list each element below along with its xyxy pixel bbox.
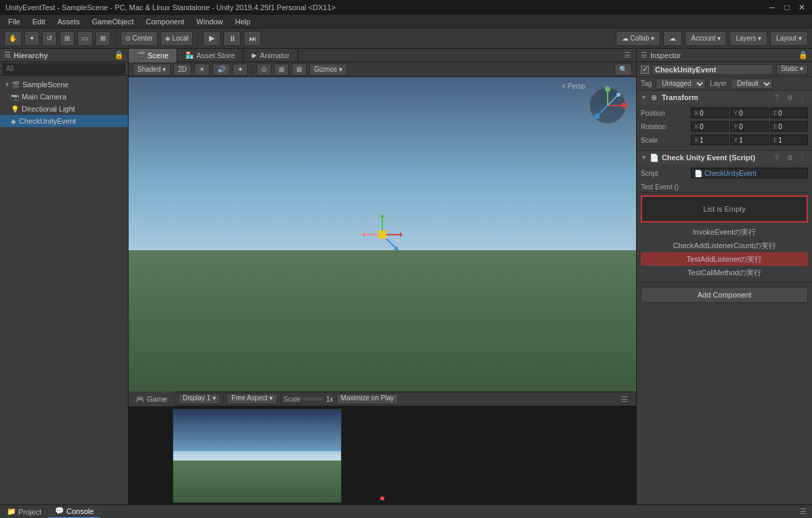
rotation-y-field[interactable]: Y0: [730, 121, 768, 132]
script-menu-btn[interactable]: ⋮: [797, 153, 808, 162]
inspector-header: ☰ Inspector 🔒: [637, 49, 812, 62]
layers-button[interactable]: Layers ▾: [729, 31, 767, 46]
menu-edit[interactable]: Edit: [27, 15, 51, 28]
scale-z-field[interactable]: Z1: [770, 135, 808, 145]
gizmos-button[interactable]: Gizmos ▾: [309, 64, 347, 76]
play-button[interactable]: ▶: [203, 31, 221, 46]
aspect-select[interactable]: Free Aspect ▾: [227, 394, 277, 404]
scene-render-btn[interactable]: ⊙: [256, 64, 271, 76]
script-actions: ? ⚙ ⋮: [771, 153, 808, 162]
rotation-z-field[interactable]: Z0: [770, 121, 808, 132]
hierarchy-item-checkunityevent[interactable]: ◆ CheckUnityEvent: [0, 115, 128, 127]
tab-animator[interactable]: ▶ Animator: [244, 49, 298, 62]
inspector-object-name[interactable]: [652, 64, 773, 75]
scene-gizmo: Y X Z: [587, 85, 628, 126]
inspector-tag-select[interactable]: Untagged: [656, 78, 706, 89]
script-field-value[interactable]: 📄 CheckUnityEvent: [691, 168, 808, 179]
shading-mode-select[interactable]: Shaded ▾: [133, 64, 171, 76]
transform-menu-btn[interactable]: ⋮: [797, 93, 808, 102]
cloud-button[interactable]: ☁: [663, 31, 682, 46]
menu-assets[interactable]: Assets: [52, 15, 85, 28]
position-x-field[interactable]: X0: [691, 108, 729, 118]
tab-console[interactable]: 💬 Console: [48, 505, 100, 519]
inspector-active-checkbox[interactable]: ✓: [641, 66, 649, 74]
layout-button[interactable]: Layout ▾: [770, 31, 808, 46]
close-button[interactable]: ✕: [797, 3, 807, 12]
maximize-button[interactable]: □: [782, 3, 792, 12]
check-addlistener-count-btn[interactable]: CheckAddListenerCountの実行: [641, 239, 808, 252]
audio-toggle[interactable]: 🔊: [212, 64, 230, 76]
minimize-button[interactable]: ─: [767, 3, 777, 12]
inspector-static-button[interactable]: Static ▾: [776, 64, 808, 75]
game-toolbar: Display 1 ▾ Free Aspect ▾ Scale 1x Maxim…: [174, 392, 636, 406]
script-component-header[interactable]: ▼ 📄 Check Unity Event (Script) ? ⚙ ⋮: [637, 151, 812, 164]
hierarchy-search[interactable]: [3, 64, 125, 74]
scale-slider[interactable]: [303, 398, 323, 400]
menu-component[interactable]: Component: [140, 15, 189, 28]
local-toggle[interactable]: ◈ Local: [160, 31, 194, 46]
script-info-btn[interactable]: ?: [771, 153, 782, 162]
hand-tool[interactable]: ✋: [4, 31, 22, 46]
scene-grid-btn[interactable]: ⊞: [274, 64, 289, 76]
menu-file[interactable]: File: [3, 15, 26, 28]
script-settings-btn[interactable]: ⚙: [784, 153, 795, 162]
hierarchy-lock-icon[interactable]: 🔒: [114, 51, 124, 60]
transform-component: ▼ ⊕ Transform ? ⚙ ⋮ Position X0 Y0 Z0: [637, 91, 812, 151]
transform-tool[interactable]: ⊠: [95, 31, 110, 46]
menu-gameobject[interactable]: GameObject: [87, 15, 139, 28]
hierarchy-title: Hierarchy: [14, 51, 48, 60]
pause-button[interactable]: ⏸: [223, 31, 241, 46]
game-panel-menu[interactable]: ☰: [617, 395, 632, 404]
inspector-lock-icon[interactable]: 🔒: [798, 51, 808, 60]
scene-tab-menu[interactable]: ☰: [618, 51, 636, 60]
toolbar-right: ☁ Collab ▾ ☁ Account ▾ Layers ▾ Layout ▾: [616, 31, 808, 46]
main-area: ☰ Hierarchy 🔒 ▼ 🎬 SampleScene 📷 Main Cam…: [0, 49, 812, 504]
maximize-on-play-btn[interactable]: Maximize on Play: [336, 394, 399, 404]
move-tool[interactable]: ✦: [24, 31, 39, 46]
display-select[interactable]: Display 1 ▾: [178, 394, 221, 404]
inspector-layer-select[interactable]: Default: [731, 78, 773, 89]
rotation-x-field[interactable]: X0: [691, 121, 729, 132]
scene-snap-btn[interactable]: ⊠: [292, 64, 307, 76]
invoke-event-btn[interactable]: InvokeEventの実行: [641, 225, 808, 239]
collab-button[interactable]: ☁ Collab ▾: [616, 31, 661, 46]
transform-info-btn[interactable]: ?: [771, 93, 782, 102]
svg-marker-14: [380, 214, 385, 217]
fx-toggle[interactable]: ✦: [233, 64, 248, 76]
add-component-button[interactable]: Add Component: [641, 287, 808, 303]
scale-tool[interactable]: ⊞: [60, 31, 74, 46]
rect-tool[interactable]: ▭: [77, 31, 93, 46]
game-sky: [173, 409, 341, 451]
transform-component-header[interactable]: ▼ ⊕ Transform ? ⚙ ⋮: [637, 91, 812, 104]
scale-x-field[interactable]: X1: [691, 135, 729, 145]
hierarchy-item-maincamera[interactable]: 📷 Main Camera: [0, 91, 128, 103]
tab-project[interactable]: 📁 Project: [0, 505, 48, 519]
dimension-toggle[interactable]: 2D: [173, 64, 191, 76]
lighting-toggle[interactable]: ☀: [194, 64, 210, 76]
dirlight-label: Directional Light: [22, 105, 75, 113]
position-y-field[interactable]: Y0: [730, 108, 768, 118]
svg-point-8: [616, 93, 621, 97]
samplescene-icon: 🎬: [12, 81, 20, 89]
hierarchy-item-dirlight[interactable]: 💡 Directional Light: [0, 103, 128, 115]
test-call-method-btn[interactable]: TestCallMethodの実行: [641, 266, 808, 279]
tab-asset-store[interactable]: 🏪 Asset Store: [177, 49, 244, 62]
menu-help[interactable]: Help: [229, 15, 256, 28]
step-button[interactable]: ⏭: [244, 31, 261, 46]
transform-settings-btn[interactable]: ⚙: [784, 93, 795, 102]
scene-search[interactable]: 🔍: [614, 64, 632, 76]
menu-window[interactable]: Window: [191, 15, 228, 28]
center-toggle[interactable]: ⊙ Center: [120, 31, 158, 46]
scale-y-field[interactable]: Y1: [730, 135, 768, 145]
position-z-field[interactable]: Z0: [770, 108, 808, 118]
scale-label: Scale: [284, 396, 300, 403]
rotate-tool[interactable]: ↺: [42, 31, 57, 46]
account-button[interactable]: Account ▾: [685, 31, 727, 46]
bottom-tab-menu[interactable]: ☰: [794, 507, 812, 516]
hierarchy-item-samplescene[interactable]: ▼ 🎬 SampleScene: [0, 78, 128, 91]
game-tab[interactable]: 🎮 Game: [129, 392, 174, 406]
script-label: Script: [641, 170, 688, 177]
test-addlistener-btn[interactable]: TestAddListenerの実行: [641, 252, 808, 266]
tab-scene[interactable]: 🎬 Scene: [129, 49, 177, 62]
scale-value: 1x: [326, 396, 334, 403]
